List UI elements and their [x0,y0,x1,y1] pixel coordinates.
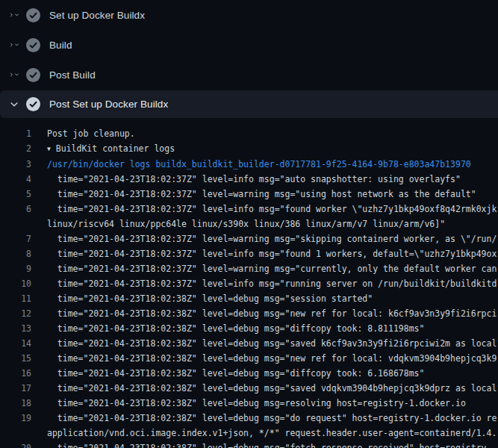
chevron-right-icon [9,69,14,80]
log-line-number[interactable]: 17 [0,381,31,396]
log-line-text: time="2021-04-23T18:02:37Z" level=info m… [47,172,461,187]
log-line-number[interactable]: 12 [0,306,31,321]
log-line-text: time="2021-04-23T18:02:38Z" level=debug … [47,351,497,366]
log-line-text: time="2021-04-23T18:02:38Z" level=debug … [47,366,424,381]
step-row[interactable]: Post Set up Docker Buildx [0,90,498,118]
log-line-number[interactable]: 9 [0,261,31,276]
log-line: 4 time="2021-04-23T18:02:37Z" level=info… [0,172,498,187]
log-group-header[interactable]: ▼BuildKit container logs [47,141,175,157]
log-line-number[interactable]: 3 [0,157,31,172]
log-line: 1 Post job cleanup. [0,126,498,141]
check-circle-icon [26,97,40,111]
log-line-number[interactable]: 6 [0,202,31,217]
log-line-number[interactable]: 8 [0,246,31,261]
log-line-number[interactable]: 19 [0,411,31,426]
log-line-text: time="2021-04-23T18:02:38Z" level=debug … [47,291,373,306]
log-line-text: /usr/bin/docker logs buildx_buildkit_bui… [47,157,471,172]
log-line: 8 time="2021-04-23T18:02:37Z" level=info… [0,246,498,261]
steps-list: Set up Docker Buildx Build [0,0,498,118]
log-line: 17 time="2021-04-23T18:02:38Z" level=deb… [0,381,498,396]
log-line-number[interactable]: 18 [0,396,31,411]
log-line-text: time="2021-04-23T18:02:38Z" level=debug … [47,336,498,351]
step-row[interactable]: Set up Docker Buildx [0,0,498,30]
log-line: 10 time="2021-04-23T18:02:37Z" level=inf… [0,276,498,291]
log-line: 12 time="2021-04-23T18:02:38Z" level=deb… [0,306,498,321]
step-label: Post Set up Docker Buildx [49,99,168,110]
log-line-number[interactable]: 2 [0,141,31,157]
log-line: 7 time="2021-04-23T18:02:37Z" level=warn… [0,231,498,246]
log-line-number[interactable]: 10 [0,276,31,291]
step-label: Build [49,40,72,51]
log-line-number[interactable]: 4 [0,172,31,187]
log-line-number[interactable]: 16 [0,366,31,381]
log-line: 6 time="2021-04-23T18:02:37Z" level=info… [0,202,498,217]
log-line-number[interactable]: 5 [0,187,31,202]
log-line-number[interactable]: 7 [0,231,31,246]
log-line: 3 /usr/bin/docker logs buildx_buildkit_b… [0,157,498,172]
check-circle-icon [26,8,40,22]
log-line-number[interactable]: 11 [0,291,31,306]
log-line: 13 time="2021-04-23T18:02:38Z" level=deb… [0,321,498,336]
log-line-text: time="2021-04-23T18:02:38Z" level=debug … [47,381,498,396]
chevron-down-icon [14,69,19,80]
log-line: application/vnd.oci.image.index.v1+json,… [0,426,498,441]
step-row[interactable]: Build [0,30,498,60]
log-pane[interactable]: 1 Post job cleanup. 2 ▼BuildKit containe… [0,119,498,448]
log-line: 15 time="2021-04-23T18:02:38Z" level=deb… [0,351,498,366]
step-label: Set up Docker Buildx [49,10,145,21]
log-line-text: time="2021-04-23T18:02:38Z" level=debug … [47,441,491,448]
actions-log-viewer: Set up Docker Buildx Build [0,0,498,448]
chevron-down-icon [14,40,19,50]
log-line-text: linux/riscv64 linux/ppc64le linux/s390x … [47,217,445,231]
log-line: linux/riscv64 linux/ppc64le linux/s390x … [0,217,498,231]
log-line-text: time="2021-04-23T18:02:38Z" level=debug … [47,396,466,411]
log-line-number[interactable]: 1 [0,126,31,141]
log-line: 16 time="2021-04-23T18:02:38Z" level=deb… [0,366,498,381]
step-label: Post Build [49,69,96,81]
log-line-number[interactable]: 15 [0,351,31,366]
log-line: 14 time="2021-04-23T18:02:38Z" level=deb… [0,336,498,351]
log-line: 18 time="2021-04-23T18:02:38Z" level=deb… [0,396,498,411]
check-circle-icon [26,38,40,52]
log-line: 5 time="2021-04-23T18:02:37Z" level=warn… [0,187,498,202]
chevron-right-icon [9,10,14,20]
check-circle-icon [26,68,40,82]
chevron-right-icon [9,40,14,50]
log-line: 2 ▼BuildKit container logs [0,141,498,157]
log-line-number[interactable]: 13 [0,321,31,336]
log-line-text: time="2021-04-23T18:02:38Z" level=debug … [47,411,497,426]
group-toggle-icon[interactable]: ▼ [47,142,51,157]
log-line-text: time="2021-04-23T18:02:37Z" level=warnin… [47,261,497,276]
log-line: 9 time="2021-04-23T18:02:37Z" level=warn… [0,261,498,276]
log-line-text: time="2021-04-23T18:02:37Z" level=warnin… [47,231,497,246]
log-line-number [0,217,31,231]
log-line-text: time="2021-04-23T18:02:37Z" level=info m… [47,246,497,261]
log-line-text: time="2021-04-23T18:02:37Z" level=info m… [47,276,497,291]
chevron-down-icon [14,10,19,20]
log-line: 11 time="2021-04-23T18:02:38Z" level=deb… [0,291,498,306]
log-line-number [0,426,31,441]
log-line: 20 time="2021-04-23T18:02:38Z" level=deb… [0,441,498,448]
log-line-text: Post job cleanup. [47,126,135,141]
log-line-text: application/vnd.oci.image.index.v1+json,… [47,426,497,441]
log-line-number[interactable]: 14 [0,336,31,351]
log-line-text: time="2021-04-23T18:02:38Z" level=debug … [47,306,497,321]
log-line-text: time="2021-04-23T18:02:37Z" level=warnin… [47,187,476,202]
log-line: 19 time="2021-04-23T18:02:38Z" level=deb… [0,411,498,426]
log-line-text: time="2021-04-23T18:02:37Z" level=info m… [47,202,497,217]
log-line-text: time="2021-04-23T18:02:38Z" level=debug … [47,321,424,336]
log-line-number[interactable]: 20 [0,441,31,448]
step-row[interactable]: Post Build [0,60,498,90]
chevron-down-icon [9,99,19,110]
